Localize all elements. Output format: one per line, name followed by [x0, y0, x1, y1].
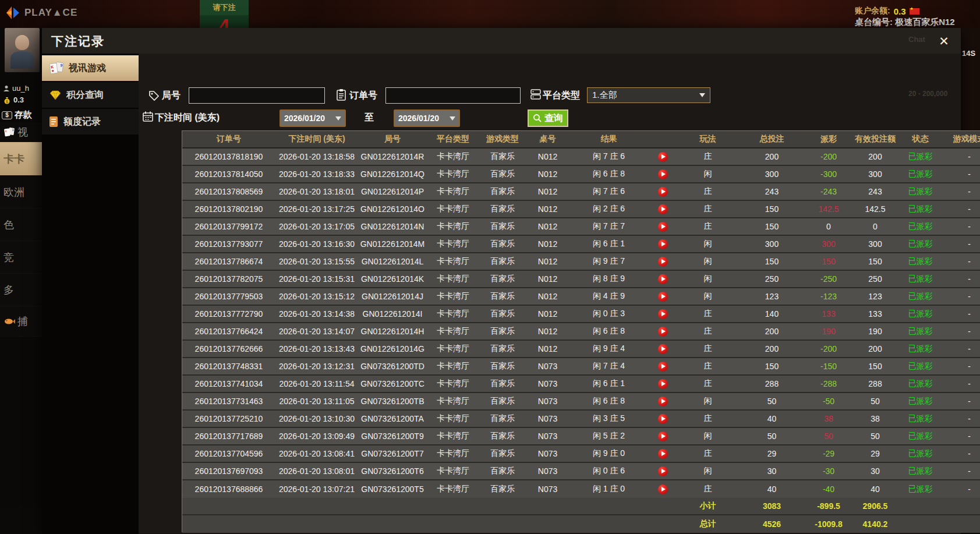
replay-button[interactable]	[658, 239, 668, 249]
cell-game: 百家乐	[479, 151, 526, 162]
bet-prompt: 请下注	[200, 0, 249, 15]
cell-status: 已派彩	[898, 239, 942, 249]
cell-mode: -	[942, 449, 980, 458]
replay-button[interactable]	[658, 309, 668, 319]
cell-table: N073	[526, 466, 569, 476]
tab-video-games[interactable]: 9 K♥ 视讯游戏	[42, 55, 147, 81]
cell-status: 已派彩	[898, 361, 942, 372]
tab-credit-records[interactable]: 额度记录	[42, 109, 139, 135]
cell-time: 2026-01-20 13:09:49	[275, 432, 358, 441]
cell-order: 260120137782075	[182, 274, 275, 284]
tag-icon	[148, 90, 160, 101]
cell-payout: 150	[805, 257, 852, 266]
cell-valid: 243	[852, 187, 898, 196]
date-from-select[interactable]: 2026/01/20	[280, 109, 346, 127]
play-icon	[661, 346, 666, 351]
total-bet: 4526	[738, 519, 805, 529]
cell-status: 已派彩	[898, 466, 942, 476]
sidebar-item-2[interactable]: 卡卡	[0, 142, 42, 176]
close-button[interactable]: ✕	[935, 33, 953, 50]
replay-button[interactable]	[658, 397, 668, 406]
account-balance-label: 账户余额:	[855, 6, 890, 16]
replay-button[interactable]	[658, 204, 668, 214]
bet-records-modal: 下注记录 Chat ✕ 9 K♥ 视讯游戏 积分查询	[42, 28, 961, 534]
play-icon	[661, 242, 666, 246]
cell-bet: 150	[738, 257, 805, 266]
replay	[648, 186, 677, 197]
replay-button[interactable]	[658, 257, 668, 267]
cell-game: 百家乐	[479, 256, 526, 267]
svg-text:$: $	[6, 99, 8, 104]
cell-payout: -30	[805, 466, 852, 476]
flag-icon	[910, 8, 919, 15]
cell-play: 庄	[677, 326, 738, 337]
replay-button[interactable]	[658, 169, 668, 179]
column-header: 下注时间 (美东)	[275, 134, 358, 144]
avatar[interactable]	[5, 28, 40, 72]
cell-round: GN073261200T9	[358, 432, 427, 441]
replay-button[interactable]	[658, 222, 668, 232]
replay-button[interactable]	[658, 485, 668, 494]
cell-time: 2026-01-20 13:11:05	[275, 397, 358, 406]
cell-status: 已派彩	[898, 274, 942, 284]
cell-table: N012	[526, 169, 569, 179]
account-balance-row: 账户余额: 0.3	[855, 6, 919, 16]
sidebar-item-7[interactable]: 捕	[0, 306, 42, 337]
countdown-number: 4	[219, 15, 230, 28]
sidebar-item-4[interactable]: 色	[0, 208, 42, 241]
sidebar-item-3[interactable]: 欧洲	[0, 176, 42, 208]
deposit-button[interactable]: $ 存款	[2, 109, 32, 121]
cell-mode: -	[942, 362, 980, 371]
order-input[interactable]	[385, 87, 521, 104]
replay-button[interactable]	[658, 414, 668, 424]
date-to-select[interactable]: 2026/01/20	[394, 109, 460, 127]
column-header: 总投注	[738, 134, 805, 144]
tab-points-query[interactable]: 积分查询	[42, 82, 139, 108]
replay-button[interactable]	[658, 152, 668, 162]
round-input[interactable]	[189, 87, 325, 104]
bleed-limit-text: 20 - 200,000	[908, 90, 947, 98]
cell-time: 2026-01-20 13:11:54	[275, 379, 358, 388]
cell-play: 庄	[677, 361, 738, 372]
replay-button[interactable]	[658, 344, 668, 354]
cell-payout: -200	[805, 152, 852, 161]
cell-table: N073	[526, 449, 569, 458]
column-header: 状态	[898, 134, 942, 144]
cell-order: 260120137772790	[182, 309, 275, 319]
replay-button[interactable]	[658, 292, 668, 302]
cell-play: 庄	[677, 344, 738, 354]
replay-button[interactable]	[658, 187, 668, 197]
replay-button[interactable]	[658, 274, 668, 284]
cell-game: 百家乐	[479, 431, 526, 441]
replay-button[interactable]	[658, 432, 668, 441]
play-icon	[661, 399, 666, 404]
screen: PLAY▲CE 请下注 4 账户余额: 0.3 桌台编号: 极速百家乐N12 u…	[0, 0, 980, 534]
cell-order: 260120137779503	[182, 292, 275, 301]
replay-button[interactable]	[658, 449, 668, 459]
cell-result: 闲 9 庄 0	[569, 448, 648, 459]
replay	[648, 151, 677, 162]
cell-platform: 卡卡湾厅	[427, 186, 479, 197]
replay-button[interactable]	[658, 362, 668, 372]
cell-platform: 卡卡湾厅	[427, 169, 479, 179]
cell-play: 闲	[677, 396, 738, 406]
cell-valid: 150	[852, 362, 898, 371]
replay-button[interactable]	[658, 466, 668, 476]
sidebar-item-5[interactable]: 竞	[0, 241, 42, 274]
playing-cards-icon: 9 K♥	[49, 61, 64, 75]
cell-order: 260120137808569	[182, 187, 275, 196]
search-button[interactable]: 查询	[528, 109, 568, 127]
cell-valid: 38	[852, 414, 898, 423]
cell-game: 百家乐	[479, 361, 526, 372]
play-icon	[661, 312, 666, 316]
sidebar-item-1[interactable]: 9K视	[0, 122, 42, 142]
sidebar-item-6[interactable]: 多	[0, 274, 42, 306]
cell-time: 2026-01-20 13:16:30	[275, 239, 358, 249]
replay-button[interactable]	[658, 379, 668, 389]
replay	[648, 431, 677, 441]
cell-table: N073	[526, 362, 569, 371]
platform-select[interactable]: 1.全部	[587, 87, 710, 103]
table-row: 2601201377314632026-01-20 13:11:05GN0732…	[182, 393, 980, 411]
replay-button[interactable]	[658, 327, 668, 337]
search-button-label: 查询	[544, 112, 563, 125]
